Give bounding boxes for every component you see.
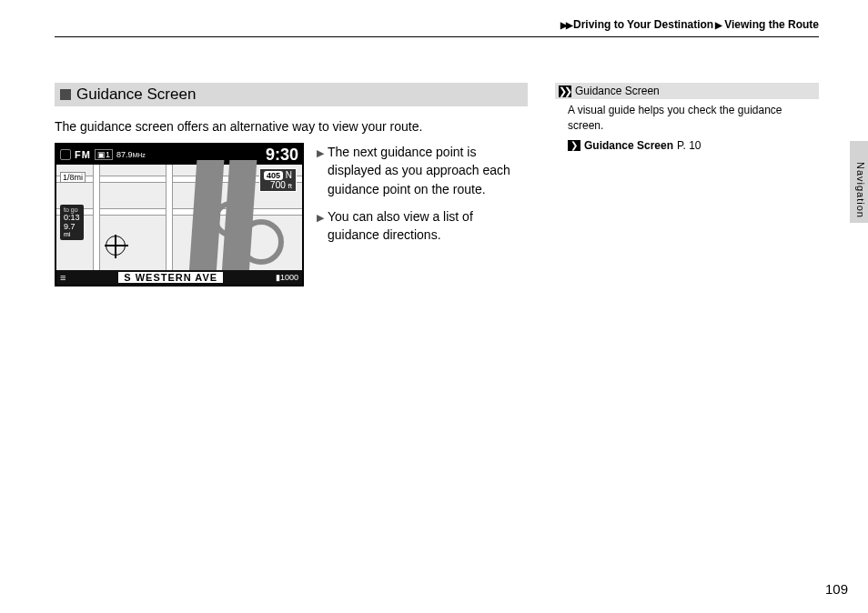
chevron-double-icon: ▶▶: [560, 20, 571, 30]
breadcrumb-part2: Viewing the Route: [724, 18, 819, 31]
intro-text: The guidance screen offers an alternativ…: [55, 119, 528, 134]
main-column: Guidance Screen The guidance screen offe…: [55, 83, 528, 286]
crosshair-icon: [106, 236, 126, 256]
triangle-bullet-icon: ▶: [317, 146, 324, 198]
highway-sign: 405 N 700 ft: [259, 168, 297, 192]
bullet-text: You can also view a list of guidance dir…: [328, 207, 528, 245]
link-page: P. 10: [677, 139, 701, 152]
link-label: Guidance Screen: [584, 139, 673, 152]
bottom-distance: ▮1000: [276, 273, 298, 282]
eta-box: to go 0:13 9.7 mi: [60, 205, 84, 240]
radio-preset-icon: ▣1: [95, 149, 113, 160]
sidebar-body: A visual guide helps you check the guida…: [555, 99, 819, 139]
radio-band: FM: [75, 149, 91, 160]
sidebar-crossref: ❯ Guidance Screen P. 10: [555, 139, 819, 152]
triangle-bullet-icon: ▶: [317, 211, 324, 245]
section-header: Guidance Screen: [55, 83, 528, 106]
section-tab-label: Navigation: [855, 162, 866, 218]
breadcrumb: ▶▶Driving to Your Destination▶Viewing th…: [55, 18, 819, 37]
bullet-text: The next guidance point is displayed as …: [328, 143, 528, 198]
chevron-icon: ▶: [715, 20, 722, 30]
home-icon: [60, 149, 71, 160]
sidebar-title: Guidance Screen: [575, 85, 660, 97]
clock: 9:30: [266, 146, 298, 165]
bullet-list: ▶ The next guidance point is displayed a…: [317, 143, 528, 286]
note-double-chevron-icon: ❯❯: [559, 85, 571, 97]
square-bullet-icon: [60, 89, 71, 100]
sidebar-header: ❯❯ Guidance Screen: [555, 83, 819, 99]
map-menu-icon: ≡: [60, 272, 66, 283]
section-title: Guidance Screen: [76, 85, 196, 104]
breadcrumb-part1: Driving to Your Destination: [573, 18, 713, 31]
radio-freq: 87.9MHz: [116, 150, 146, 159]
street-name: S WESTERN AVE: [118, 272, 223, 283]
sidebar-column: ❯❯ Guidance Screen A visual guide helps …: [555, 83, 819, 286]
link-chevron-icon: ❯: [568, 140, 580, 151]
map-scale: 1/8mi: [60, 172, 86, 183]
page-number: 109: [825, 581, 848, 597]
nav-screenshot: FM ▣1 87.9MHz 9:30: [55, 143, 304, 286]
